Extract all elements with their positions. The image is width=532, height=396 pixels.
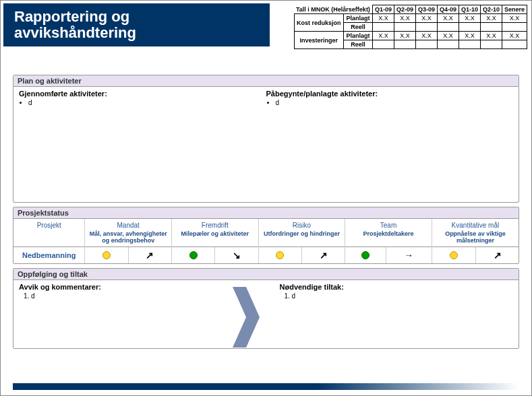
trend-arrow-icon: ↘: [233, 250, 241, 261]
col-mandat: Mandat Mål, ansvar, avhengigheter og end…: [85, 219, 172, 247]
deviations-heading: Avvik og kommentarer:: [19, 283, 253, 291]
list-item: d: [31, 292, 253, 300]
list-item: d: [276, 99, 514, 106]
row-group-kost: Kost reduksjon: [294, 14, 344, 32]
col-title: Team: [380, 222, 396, 229]
col-risiko: Risiko Utfordringer og hindringer: [258, 219, 345, 247]
trend-cell: ↗: [476, 247, 519, 264]
trend-arrow-icon: ↗: [320, 250, 328, 261]
row-sub: Planlagt: [344, 14, 373, 23]
plan-columns: Gjennomførte aktiviteter: d Påbegynte/pl…: [13, 87, 519, 109]
col-q3-09: Q3-09: [415, 5, 437, 14]
col-subtitle: Mål, ansvar, avhengigheter og endringsbe…: [86, 230, 170, 244]
big-arrow-icon: [233, 287, 260, 348]
completed-activities-col: Gjennomførte aktiviteter: d: [19, 90, 266, 106]
content-area: Plan og aktiviteter Gjennomførte aktivit…: [13, 75, 519, 353]
col-prosjekt: Prosjekt: [13, 219, 85, 247]
status-cell: [345, 247, 386, 264]
col-subtitle: Utfordringer og hindringer: [260, 230, 344, 237]
col-q1-10: Q1-10: [459, 5, 480, 14]
status-header-row: Prosjekt Mandat Mål, ansvar, avhengighet…: [13, 219, 519, 247]
table-header-row: Tall i MNOK (Helårseffekt) Q1-09 Q2-09 Q…: [294, 5, 527, 14]
status-cell: [85, 247, 128, 264]
cell: [437, 40, 459, 49]
title-line2: avvikshåndtering: [14, 24, 136, 41]
cell: [502, 40, 527, 49]
cell: [459, 23, 480, 32]
col-q2-10: Q2-10: [480, 5, 502, 14]
page-title: Rapportering og avvikshåndtering: [14, 9, 259, 41]
trend-arrow-icon: →: [404, 250, 413, 261]
plan-section: Plan og aktiviteter Gjennomførte aktivit…: [13, 75, 519, 203]
cell: [480, 23, 502, 32]
status-dot-icon: [361, 251, 370, 259]
financial-table: Tall i MNOK (Helårseffekt) Q1-09 Q2-09 Q…: [294, 5, 527, 49]
row-sub: Reell: [344, 23, 373, 32]
trend-cell: ↗: [128, 247, 171, 264]
cell: X.X: [502, 14, 527, 23]
trend-cell: ↗: [301, 247, 345, 264]
col-q4-09: Q4-09: [437, 5, 459, 14]
col-q1-09: Q1-09: [372, 5, 394, 14]
status-cell: [258, 247, 301, 264]
cell: [437, 23, 459, 32]
trend-arrow-icon: ↗: [494, 250, 502, 261]
status-dot-icon: [102, 251, 111, 259]
header-bar: Rapportering og avvikshåndtering: [3, 3, 270, 46]
status-table: Prosjekt Mandat Mål, ansvar, avhengighet…: [13, 219, 519, 263]
table-caption: Tall i MNOK (Helårseffekt): [294, 5, 372, 14]
planned-activities-col: Påbegynte/planlagte aktiviteter: d: [266, 90, 514, 106]
title-line1: Rapportering og: [14, 8, 129, 25]
col-title: Risiko: [293, 222, 311, 229]
trend-arrow-icon: ↗: [146, 250, 154, 261]
completed-heading: Gjennomførte aktiviteter:: [19, 90, 266, 98]
completed-list: d: [28, 99, 266, 106]
actions-col: Nødvendige tiltak: d: [280, 283, 514, 343]
cell: X.X: [437, 14, 459, 23]
row-sub: Planlagt: [344, 32, 373, 40]
status-dot-icon: [450, 251, 458, 259]
row-group-invest: Investeringer: [294, 32, 344, 49]
cell: X.X: [415, 14, 437, 23]
cell: [415, 40, 437, 49]
row-sub: Reell: [344, 40, 373, 49]
status-section: Prosjektstatus Prosjekt Mandat Mål, ansv…: [13, 207, 519, 264]
col-subtitle: Oppnåelse av viktige målsetninger: [434, 230, 517, 244]
cell: [394, 40, 415, 49]
table-row: Investeringer Planlagt X.X X.X X.X X.X X…: [294, 32, 527, 40]
project-name: Nedbemanning: [13, 247, 85, 264]
cell: X.X: [415, 32, 437, 40]
planned-list: d: [276, 99, 514, 106]
list-item: d: [292, 292, 514, 300]
col-kvantitative: Kvantitative mål Oppnåelse av viktige må…: [432, 219, 519, 247]
col-team: Team Prosjektdeltakere: [345, 219, 432, 247]
deviations-col: Avvik og kommentarer: d: [19, 283, 253, 343]
planned-heading: Påbegynte/planlagte aktiviteter:: [266, 90, 514, 98]
status-cell: [432, 247, 475, 264]
footer-accent-bar: [13, 383, 519, 390]
svg-marker-0: [233, 287, 260, 348]
col-q2-09: Q2-09: [394, 5, 415, 14]
cell: X.X: [372, 32, 394, 40]
status-section-title: Prosjektstatus: [13, 207, 519, 219]
col-title: Mandat: [117, 222, 140, 229]
status-dot-icon: [276, 251, 284, 259]
followup-section-title: Oppfølging og tiltak: [13, 269, 519, 280]
cell: [394, 23, 415, 32]
list-item: d: [28, 99, 266, 106]
cell: X.X: [480, 14, 502, 23]
cell: [372, 23, 394, 32]
cell: [502, 23, 527, 32]
col-title: Fremdrift: [202, 222, 229, 229]
cell: X.X: [437, 32, 459, 40]
cell: X.X: [459, 14, 480, 23]
actions-heading: Nødvendige tiltak:: [280, 283, 514, 291]
col-fremdrift: Fremdrift Milepæler og aktiviteter: [172, 219, 259, 247]
actions-list: d: [292, 292, 514, 300]
cell: [372, 40, 394, 49]
cell: [480, 40, 502, 49]
cell: [459, 40, 480, 49]
cell: X.X: [480, 32, 502, 40]
cell: X.X: [502, 32, 527, 40]
deviations-list: d: [31, 292, 253, 300]
